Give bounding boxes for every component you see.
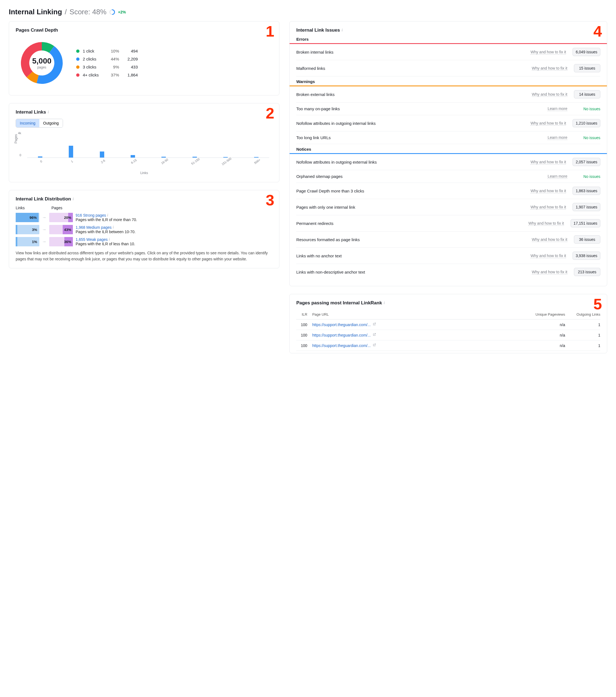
info-icon[interactable]: i bbox=[73, 197, 74, 201]
dist-col-links: Links bbox=[16, 206, 39, 210]
legend-pct: 10% bbox=[106, 49, 119, 53]
issue-name: Broken external links bbox=[296, 92, 529, 97]
annotation-marker: 4 bbox=[593, 24, 602, 39]
linkrank-row[interactable]: 100 https://support.theguardian.com/... … bbox=[296, 340, 600, 351]
linkrank-row[interactable]: 100 https://support.theguardian.com/... … bbox=[296, 330, 600, 340]
crawl-depth-donut[interactable]: 5,000 pages bbox=[16, 37, 68, 89]
dist-link[interactable]: 1,968 Medium pages i bbox=[76, 225, 135, 229]
distribution-row[interactable]: 96% → 20% 916 Strong pages i Pages with … bbox=[16, 213, 273, 222]
issue-help-link[interactable]: Why and how to fix it bbox=[528, 221, 564, 226]
info-icon[interactable]: i bbox=[109, 237, 110, 242]
issue-help-link[interactable]: Why and how to fix it bbox=[530, 50, 566, 55]
pageviews-value: n/a bbox=[527, 333, 565, 337]
page-url-link[interactable]: https://support.theguardian.com/... bbox=[312, 323, 370, 327]
pages-bar: 20% bbox=[49, 213, 73, 222]
links-bar: 1% bbox=[16, 237, 39, 246]
y-tick: 4k bbox=[15, 131, 21, 135]
arrow-icon: → bbox=[42, 227, 46, 232]
issue-help-link[interactable]: Why and how to fix it bbox=[530, 160, 566, 164]
dist-link[interactable]: 1,655 Weak pages i bbox=[76, 237, 135, 242]
issue-count-button[interactable]: 17,151 issues bbox=[571, 219, 600, 227]
issue-name: Too many on-page links bbox=[296, 106, 545, 111]
links-bar: 3% bbox=[16, 225, 39, 234]
external-link-icon[interactable] bbox=[372, 333, 376, 337]
tab-outgoing[interactable]: Outgoing bbox=[39, 119, 63, 127]
issue-count-button[interactable]: 2,057 issues bbox=[573, 158, 600, 166]
issue-help-link[interactable]: Why and how to fix it bbox=[532, 66, 567, 71]
issue-count-button[interactable]: 6,049 issues bbox=[573, 48, 600, 56]
no-issues-label: No issues bbox=[574, 107, 600, 111]
legend-row[interactable]: 4+ clicks 37% 1,864 bbox=[76, 71, 273, 79]
issue-count-button[interactable]: 213 issues bbox=[574, 268, 600, 276]
issue-row: Nofollow attributes in outgoing internal… bbox=[296, 115, 600, 131]
issue-count-button[interactable]: 1,210 issues bbox=[573, 119, 600, 127]
issue-help-link[interactable]: Learn more bbox=[547, 106, 567, 111]
issue-name: Malformed links bbox=[296, 66, 529, 71]
dist-sub: Pages with the ILR between 10-70. bbox=[76, 229, 135, 234]
issue-name: Broken internal links bbox=[296, 50, 528, 55]
info-icon[interactable]: i bbox=[341, 28, 343, 32]
no-issues-label: No issues bbox=[574, 174, 600, 179]
issue-count-button[interactable]: 14 issues bbox=[574, 90, 600, 99]
col-outgoing: Outgoing Links bbox=[570, 312, 600, 316]
external-link-icon[interactable] bbox=[372, 322, 376, 327]
pageviews-value: n/a bbox=[527, 343, 565, 348]
issue-row: Too many on-page links Learn more No iss… bbox=[296, 103, 600, 115]
tab-incoming[interactable]: Incoming bbox=[16, 119, 39, 127]
distribution-row[interactable]: 1% → 36% 1,655 Weak pages i Pages with t… bbox=[16, 237, 273, 246]
issue-help-link[interactable]: Why and how to fix it bbox=[530, 121, 566, 125]
card-internal-links: 2 Internal Linksi Incoming Outgoing Page… bbox=[9, 103, 279, 182]
issue-count-button[interactable]: 3,938 issues bbox=[573, 252, 600, 260]
crawl-depth-title: Pages Crawl Depth bbox=[16, 28, 273, 33]
y-tick: 0 bbox=[15, 153, 21, 157]
no-issues-label: No issues bbox=[574, 136, 600, 140]
issue-name: Nofollow attributes in outgoing internal… bbox=[296, 121, 528, 125]
issue-help-link[interactable]: Why and how to fix it bbox=[532, 270, 567, 275]
distribution-title: Internal Link Distribution bbox=[16, 196, 71, 202]
info-icon[interactable]: i bbox=[107, 213, 108, 218]
page-title: Internal Linking bbox=[9, 8, 62, 16]
issue-help-link[interactable]: Why and how to fix it bbox=[532, 92, 567, 97]
issue-help-link[interactable]: Learn more bbox=[547, 135, 567, 140]
distribution-row[interactable]: 3% → 43% 1,968 Medium pages i Pages with… bbox=[16, 225, 273, 234]
score-ring-icon bbox=[109, 9, 115, 15]
annotation-marker: 2 bbox=[266, 106, 274, 121]
issue-count-button[interactable]: 1,907 issues bbox=[573, 203, 600, 211]
legend-pct: 37% bbox=[106, 73, 119, 77]
dist-sub: Pages with the ILR of more than 70. bbox=[76, 218, 137, 222]
issue-name: Links with no anchor text bbox=[296, 253, 528, 258]
info-icon[interactable]: i bbox=[48, 110, 49, 114]
issue-count-button[interactable]: 36 issues bbox=[574, 235, 600, 243]
page-url-link[interactable]: https://support.theguardian.com/... bbox=[312, 343, 370, 348]
issue-row: Resources formatted as page links Why an… bbox=[296, 232, 600, 248]
issue-name: Links with non-descriptive anchor text bbox=[296, 270, 529, 275]
external-link-icon[interactable] bbox=[372, 343, 376, 348]
issue-help-link[interactable]: Why and how to fix it bbox=[530, 253, 566, 258]
dist-col-pages: Pages bbox=[52, 206, 75, 210]
issue-help-link[interactable]: Why and how to fix it bbox=[532, 237, 567, 242]
issue-help-link[interactable]: Why and how to fix it bbox=[530, 205, 566, 209]
x-axis-label: Links bbox=[19, 171, 269, 175]
linkrank-row[interactable]: 100 https://support.theguardian.com/... … bbox=[296, 320, 600, 330]
issue-help-link[interactable]: Learn more bbox=[547, 174, 567, 179]
issue-row: Broken external links Why and how to fix… bbox=[296, 86, 600, 103]
legend-row[interactable]: 3 clicks 9% 433 bbox=[76, 63, 273, 71]
legend-dot-icon bbox=[76, 73, 79, 77]
page-url-link[interactable]: https://support.theguardian.com/... bbox=[312, 333, 370, 337]
issue-count-button[interactable]: 1,863 issues bbox=[573, 187, 600, 195]
issue-row: Broken internal links Why and how to fix… bbox=[296, 44, 600, 60]
legend-row[interactable]: 2 clicks 44% 2,209 bbox=[76, 55, 273, 63]
info-icon[interactable]: i bbox=[384, 301, 385, 305]
legend-row[interactable]: 1 click 10% 494 bbox=[76, 47, 273, 55]
legend-label: 1 click bbox=[83, 49, 103, 53]
issue-help-link[interactable]: Why and how to fix it bbox=[530, 189, 566, 193]
issue-row: Permanent redirects Why and how to fix i… bbox=[296, 215, 600, 232]
legend-dot-icon bbox=[76, 58, 79, 61]
issue-count-button[interactable]: 15 issues bbox=[574, 64, 600, 72]
info-icon[interactable]: i bbox=[113, 225, 114, 229]
issues-title: Internal Link Issues bbox=[296, 28, 340, 33]
dist-link[interactable]: 916 Strong pages i bbox=[76, 213, 137, 218]
pages-bar: 43% bbox=[49, 225, 73, 234]
distribution-note: View how links are distributed across di… bbox=[16, 250, 273, 262]
col-ilr: ILR bbox=[296, 312, 307, 316]
